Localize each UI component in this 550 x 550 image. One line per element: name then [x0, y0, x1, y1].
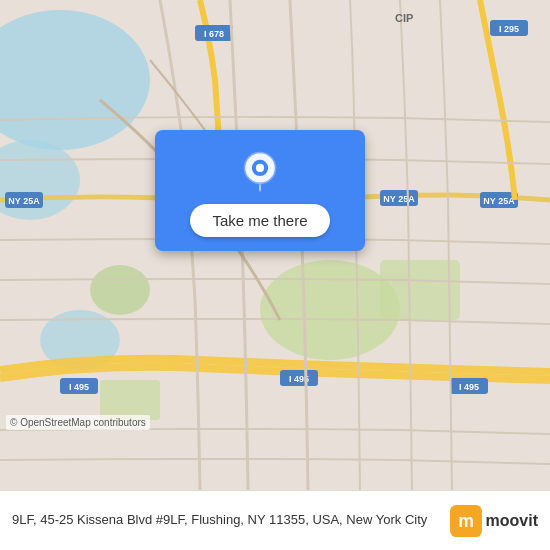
- svg-point-4: [260, 260, 400, 360]
- svg-point-28: [256, 164, 264, 172]
- map-container: I 495 I 495 I 495 NY 25A NY 25A NY 25A I…: [0, 0, 550, 490]
- bottom-bar: 9LF, 45-25 Kissena Blvd #9LF, Flushing, …: [0, 490, 550, 550]
- moovit-logo-icon: m: [450, 505, 482, 537]
- svg-text:I 678: I 678: [204, 29, 224, 39]
- moovit-brand-text: moovit: [486, 512, 538, 530]
- svg-text:NY 25A: NY 25A: [383, 194, 415, 204]
- svg-point-6: [90, 265, 150, 315]
- copyright-text: © OpenStreetMap contributors: [6, 415, 150, 430]
- svg-text:I 295: I 295: [499, 24, 519, 34]
- location-pin-icon: [238, 150, 282, 194]
- svg-text:CIP: CIP: [395, 12, 413, 24]
- moovit-logo: m moovit: [450, 505, 538, 537]
- svg-text:NY 25A: NY 25A: [483, 196, 515, 206]
- address-text: 9LF, 45-25 Kissena Blvd #9LF, Flushing, …: [12, 511, 450, 529]
- svg-text:I 495: I 495: [459, 382, 479, 392]
- take-me-there-button[interactable]: Take me there: [190, 204, 329, 237]
- svg-rect-7: [100, 380, 160, 420]
- svg-text:I 495: I 495: [69, 382, 89, 392]
- svg-text:NY 25A: NY 25A: [8, 196, 40, 206]
- popup-card: Take me there: [155, 130, 365, 251]
- svg-text:m: m: [458, 511, 474, 531]
